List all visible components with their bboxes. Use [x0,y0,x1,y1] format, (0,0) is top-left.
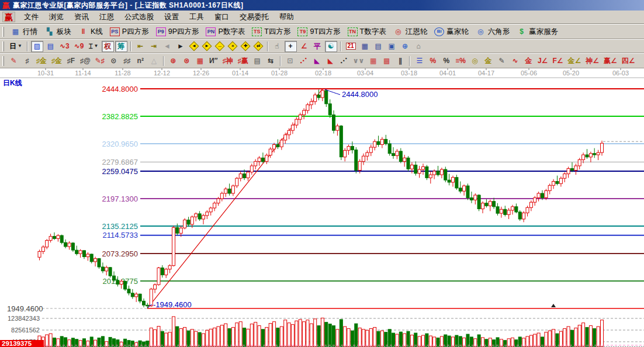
volume-bar[interactable] [213,328,216,346]
wave-band-tool[interactable]: ∿ [509,55,521,67]
candle[interactable] [101,267,104,271]
expand-x-button[interactable]: ↔ [214,41,224,51]
candle[interactable] [206,212,209,216]
volume-bar[interactable] [101,336,104,346]
volume-bar[interactable] [377,331,380,346]
volume-bar[interactable] [146,341,149,346]
candle[interactable] [485,203,488,206]
next-button[interactable]: ► [175,41,187,52]
candle[interactable] [131,293,134,297]
candle[interactable] [306,105,309,110]
candle[interactable] [71,243,74,250]
shift-left-button[interactable]: ◄ [189,41,199,51]
percent-line-tool[interactable]: ≡% [453,55,468,67]
candle[interactable] [369,147,372,152]
candle[interactable] [143,301,146,305]
candle[interactable] [511,207,514,210]
candle[interactable] [507,210,510,215]
volume-bar[interactable] [392,333,395,346]
kline-button[interactable]: ‖K线 [75,25,106,38]
volume-bar[interactable] [578,325,581,346]
prev-button[interactable]: ◄ [161,41,174,52]
volume-bar[interactable] [425,334,428,346]
volume-bar[interactable] [597,327,600,346]
candle[interactable] [265,155,268,162]
candle[interactable] [541,193,544,198]
last-page-button[interactable]: ⇥ [148,41,160,52]
candle[interactable] [463,186,466,191]
volume-bar[interactable] [529,335,532,346]
candle[interactable] [559,178,562,183]
candle[interactable] [157,268,160,285]
candle[interactable] [243,174,246,178]
memo-button[interactable]: ▤ [372,41,385,52]
candle[interactable] [198,214,201,219]
volume-bar[interactable] [556,334,559,346]
volume-bar[interactable] [559,331,562,346]
volume-bar[interactable] [396,334,399,346]
volume-bar[interactable] [534,334,536,346]
volume-bar[interactable] [295,321,298,346]
volume-bar[interactable] [150,328,153,346]
candle[interactable] [68,243,71,247]
volume-bar[interactable] [407,331,410,346]
volume-bar[interactable] [589,326,592,347]
nine-t-square-button[interactable]: T99T四方形 [294,25,344,38]
candle[interactable] [597,152,600,155]
box-tool[interactable]: ⊡ [284,55,296,67]
speed-line-tool[interactable]: ⋰ [338,55,350,67]
volume-bar[interactable] [548,331,551,346]
double-division-tool[interactable]: ♯♯ [121,55,133,67]
menu-item-4[interactable]: 公式选股 [119,11,159,23]
candle[interactable] [98,259,101,267]
volume-bar[interactable] [261,329,264,346]
candle[interactable] [41,247,44,252]
candle[interactable] [86,254,89,257]
candle[interactable] [429,175,432,178]
candle[interactable] [109,268,112,276]
candle[interactable] [217,199,220,203]
candle[interactable] [258,158,261,161]
candle[interactable] [165,269,168,275]
volume-bar[interactable] [49,334,52,346]
candle[interactable] [477,195,480,209]
candle[interactable] [288,130,290,135]
volume-bar[interactable] [340,320,342,346]
volume-bar[interactable] [183,327,186,346]
nine-p-square-button[interactable]: P99P四方形 [153,25,203,38]
volume-bar[interactable] [593,328,596,346]
volume-bar[interactable] [410,335,413,347]
candle[interactable] [418,169,421,173]
hexagon-button[interactable]: ◎六角形 [472,25,514,38]
measure-pen-tool[interactable]: ✎ [496,55,508,67]
t-number-table-button[interactable]: TNT数字表 [344,25,390,38]
volume-bar[interactable] [333,326,335,347]
candle[interactable] [280,140,283,147]
fibonacci-tool[interactable]: ♯F [65,55,77,67]
candle[interactable] [407,158,410,169]
candle[interactable] [303,110,306,115]
volume-bar[interactable] [176,327,179,346]
winner-wheel-button[interactable]: Bi赢家轮 [431,25,472,38]
volume-bar[interactable] [120,342,123,346]
candle[interactable] [355,150,358,171]
gann-box-tool[interactable]: ◣ [311,55,323,67]
volume-bar[interactable] [254,322,257,346]
cycle-tool[interactable]: ⊙ [108,55,120,67]
candle[interactable] [496,207,499,213]
volume-bar[interactable] [399,332,402,346]
volume-bar[interactable] [552,329,555,346]
candle[interactable] [466,186,469,198]
p-number-table-button[interactable]: PNP数字表 [202,25,248,38]
candle[interactable] [414,165,417,173]
candle[interactable] [493,202,496,207]
volume-bar[interactable] [206,330,209,346]
candle[interactable] [239,174,242,179]
candle[interactable] [317,95,320,98]
crosshair-button[interactable]: + [285,41,297,52]
network-button[interactable]: ⊕ [399,41,411,52]
compress-x-button[interactable]: × [227,41,237,51]
volume-bar[interactable] [601,320,604,346]
menu-item-0[interactable]: 文件 [19,11,44,23]
candle[interactable] [172,227,175,265]
